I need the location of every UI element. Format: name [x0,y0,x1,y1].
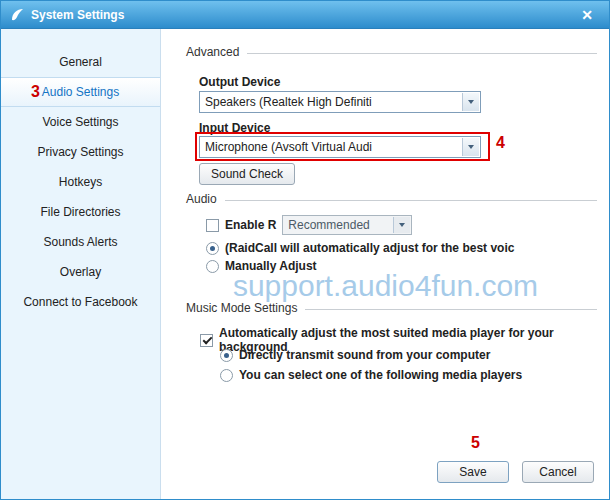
sidebar-item-privacy-settings[interactable]: Privacy Settings [1,137,160,167]
sidebar-item-sounds-alerts[interactable]: Sounds Alerts [1,227,160,257]
auto-adjust-radio[interactable] [206,242,219,255]
sidebar-item-hotkeys[interactable]: Hotkeys [1,167,160,197]
sidebar: General Audio Settings Voice Settings Pr… [1,29,161,499]
audio-section-label: Audio [186,192,217,206]
input-device-dropdown[interactable]: Microphone (Avsoft Virtual Audi [199,136,481,158]
chevron-down-icon[interactable] [462,93,479,111]
manual-adjust-row: Manually Adjust [206,259,317,273]
sidebar-item-file-directories[interactable]: File Directories [1,197,160,227]
select-player-radio[interactable] [220,369,233,382]
watermark-text: support.audio4fun.com [162,269,609,303]
auto-adjust-label: (RaidCall will automatically adjust for … [225,241,514,255]
music-mode-section-header: Music Mode Settings [186,301,597,315]
output-device-label: Output Device [199,75,280,89]
titlebar: System Settings ✕ [1,1,609,29]
sidebar-item-audio-settings[interactable]: Audio Settings [1,77,160,107]
sidebar-item-overlay[interactable]: Overlay [1,257,160,287]
save-button[interactable]: Save [437,461,509,483]
sidebar-item-general[interactable]: General [1,47,160,77]
audio-section-header: Audio [186,192,597,206]
cancel-button[interactable]: Cancel [522,461,594,483]
manual-adjust-radio[interactable] [206,260,219,273]
direct-transmit-label: Directly transmit sound from your comput… [239,348,490,362]
sidebar-item-voice-settings[interactable]: Voice Settings [1,107,160,137]
enable-voice-label: Enable R [225,218,276,232]
direct-transmit-row: Directly transmit sound from your comput… [220,348,490,362]
window-title: System Settings [31,8,124,22]
recommended-dropdown[interactable]: Recommended [282,215,412,235]
direct-transmit-radio[interactable] [220,349,233,362]
music-mode-section-label: Music Mode Settings [186,301,297,315]
sidebar-item-connect-facebook[interactable]: Connect to Facebook [1,287,160,317]
output-device-dropdown[interactable]: Speakers (Realtek High Definiti [199,91,481,113]
annotation-step-3: 3 [31,83,40,101]
output-device-value: Speakers (Realtek High Definiti [205,95,372,109]
advanced-section-label: Advanced [186,45,239,59]
sound-check-button[interactable]: Sound Check [199,163,295,185]
manual-adjust-label: Manually Adjust [225,259,317,273]
close-button[interactable]: ✕ [573,1,601,29]
system-settings-window: System Settings ✕ General Audio Settings… [0,0,610,500]
enable-voice-checkbox[interactable] [206,219,219,232]
recommended-value: Recommended [288,218,369,232]
enable-voice-row: Enable R Recommended [206,215,412,235]
content-panel: Advanced Output Device Speakers (Realtek… [162,29,609,499]
input-device-value: Microphone (Avsoft Virtual Audi [205,140,372,154]
raidcall-logo-icon [9,7,25,23]
music-auto-adjust-checkbox[interactable] [200,334,213,347]
select-player-row: You can select one of the following medi… [220,368,522,382]
advanced-section-header: Advanced [186,45,597,59]
auto-adjust-row: (RaidCall will automatically adjust for … [206,241,514,255]
chevron-down-icon[interactable] [462,138,479,156]
annotation-step-5: 5 [471,434,480,452]
annotation-step-4: 4 [496,134,505,152]
select-player-label: You can select one of the following medi… [239,368,522,382]
input-device-label: Input Device [199,121,270,135]
chevron-down-icon[interactable] [393,217,410,233]
